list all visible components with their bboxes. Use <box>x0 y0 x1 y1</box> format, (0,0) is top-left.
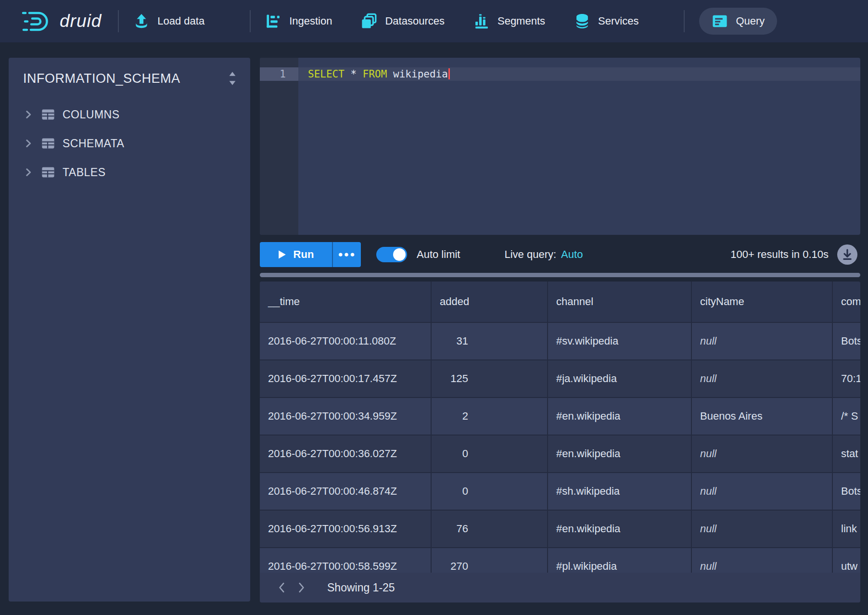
cell-channel[interactable]: #ja.wikipedia <box>548 360 692 397</box>
null-value: null <box>700 523 716 535</box>
tree-item-tables[interactable]: TABLES <box>9 158 250 187</box>
cell-added[interactable]: 0 <box>432 436 548 472</box>
nav-item-segments[interactable]: Segments <box>473 13 545 29</box>
cell-channel[interactable]: #sh.wikipedia <box>548 473 692 510</box>
column-header-channel[interactable]: channel <box>548 282 692 322</box>
cell-added[interactable]: 31 <box>432 323 548 359</box>
cell-added[interactable]: 2 <box>432 398 548 435</box>
tree-item-label: COLUMNS <box>63 108 120 121</box>
druid-console: { "navbar": { "logo_text": "druid", "ite… <box>0 0 868 615</box>
text-cursor <box>448 68 450 79</box>
nav-item-datasources[interactable]: Datasources <box>361 13 445 29</box>
chevron-right-icon <box>23 167 34 178</box>
column-header-__time[interactable]: __time <box>260 282 432 322</box>
logo-wordmark: druid <box>60 11 102 31</box>
schema-title: INFORMATION_SCHEMA <box>23 71 180 86</box>
auto-limit-toggle[interactable] <box>376 247 407 262</box>
sql-keyword: SELECT <box>308 68 345 80</box>
run-label: Run <box>294 248 314 261</box>
datasources-stack-icon <box>361 13 377 29</box>
results-hscrollbar[interactable] <box>260 273 860 277</box>
cell-added[interactable]: 0 <box>432 473 548 510</box>
cell-channel[interactable]: #sv.wikipedia <box>548 323 692 359</box>
cell-channel[interactable]: #en.wikipedia <box>548 511 692 547</box>
showing-label: Showing 1-25 <box>327 581 395 594</box>
cell-channel[interactable]: #en.wikipedia <box>548 436 692 472</box>
table-row: 2016-06-27T00:00:56.913Z76#en.wikipedian… <box>260 511 860 548</box>
chevron-right-icon <box>23 138 34 149</box>
column-header-comment[interactable]: comment <box>833 282 860 322</box>
table-row: 2016-06-27T00:00:46.874Z0#sh.wikipedianu… <box>260 473 860 511</box>
results-header-row: __timeaddedchannelcityNamecomment <box>260 282 860 323</box>
nav-item-ingestion[interactable]: Ingestion <box>265 13 332 29</box>
cell-cityName[interactable]: null <box>692 473 833 510</box>
live-query-value-button[interactable]: Auto <box>561 248 583 261</box>
tree-item-schemata[interactable]: SCHEMATA <box>9 129 250 158</box>
druid-logo[interactable]: druid <box>17 9 102 33</box>
cell-cityName[interactable]: null <box>692 436 833 472</box>
null-value: null <box>700 335 716 347</box>
sql-keyword: FROM <box>363 68 387 80</box>
pagination-next-button[interactable] <box>292 578 311 597</box>
query-editor[interactable]: 1 SELECT * FROM wikipedia <box>260 58 860 235</box>
cell-time[interactable]: 2016-06-27T00:00:36.027Z <box>260 436 432 472</box>
play-icon <box>278 250 286 259</box>
toggle-knob <box>393 248 406 261</box>
cell-channel[interactable]: #en.wikipedia <box>548 398 692 435</box>
table-icon <box>41 107 55 122</box>
schema-selector[interactable]: INFORMATION_SCHEMA <box>9 58 250 93</box>
cell-cityName[interactable]: Buenos Aires <box>692 398 833 435</box>
cell-time[interactable]: 2016-06-27T00:00:11.080Z <box>260 323 432 359</box>
pagination-footer: Showing 1-25 <box>260 573 860 602</box>
cell-time[interactable]: 2016-06-27T00:00:34.959Z <box>260 398 432 435</box>
more-options-button[interactable]: ●●● <box>332 242 361 267</box>
cell-cityName[interactable]: null <box>692 323 833 359</box>
cell-comment[interactable]: /* S <box>833 398 860 435</box>
query-console-icon <box>712 13 728 29</box>
cell-time[interactable]: 2016-06-27T00:00:46.874Z <box>260 473 432 510</box>
cell-cityName[interactable]: null <box>692 511 833 547</box>
schema-tree: COLUMNSSCHEMATATABLES <box>9 100 250 187</box>
tree-item-columns[interactable]: COLUMNS <box>9 100 250 129</box>
segments-bars-icon <box>473 13 490 29</box>
results-body: 2016-06-27T00:00:11.080Z31#sv.wikipedian… <box>260 323 860 586</box>
column-header-cityName[interactable]: cityName <box>692 282 833 322</box>
run-button[interactable]: Run <box>260 242 332 267</box>
cell-added[interactable]: 76 <box>432 511 548 547</box>
cell-comment[interactable]: stat <box>833 436 860 472</box>
chevron-left-icon <box>277 581 287 594</box>
download-icon <box>842 249 853 260</box>
cell-comment[interactable]: Bots <box>833 473 860 510</box>
column-header-added[interactable]: added <box>432 282 548 322</box>
nav-item-query[interactable]: Query <box>699 8 777 35</box>
nav-item-label: Services <box>598 15 638 27</box>
cell-cityName[interactable]: null <box>692 360 833 397</box>
chevron-right-icon <box>23 109 34 120</box>
cell-comment[interactable]: 70:1 <box>833 360 860 397</box>
cell-added[interactable]: 125 <box>432 360 548 397</box>
sql-line[interactable]: SELECT * FROM wikipedia <box>298 67 860 81</box>
nav-item-services[interactable]: Services <box>574 13 638 29</box>
cell-time[interactable]: 2016-06-27T00:00:17.457Z <box>260 360 432 397</box>
active-line: 1 SELECT * FROM wikipedia <box>260 67 860 81</box>
null-value: null <box>700 485 716 498</box>
cell-comment[interactable]: link <box>833 511 860 547</box>
navbar-divider <box>250 10 251 32</box>
table-row: 2016-06-27T00:00:17.457Z125#ja.wikipedia… <box>260 360 860 398</box>
run-button-group: Run ●●● <box>260 242 361 267</box>
ingestion-chart-icon <box>265 13 281 29</box>
table-row: 2016-06-27T00:00:36.027Z0#en.wikipedianu… <box>260 436 860 473</box>
results-table: __timeaddedchannelcityNamecomment 2016-0… <box>260 282 860 602</box>
nav-item-load-data[interactable]: Load data <box>133 13 204 29</box>
navbar-divider <box>684 10 685 32</box>
cell-time[interactable]: 2016-06-27T00:00:56.913Z <box>260 511 432 547</box>
download-results-button[interactable] <box>837 244 857 265</box>
null-value: null <box>700 448 716 460</box>
sql-table-name: wikipedia <box>393 68 448 80</box>
nav-item-label: Segments <box>498 15 545 27</box>
pagination-prev-button[interactable] <box>272 578 292 597</box>
nav-item-label: Query <box>736 15 765 27</box>
table-row: 2016-06-27T00:00:34.959Z2#en.wikipediaBu… <box>260 398 860 436</box>
cell-comment[interactable]: Bots <box>833 323 860 359</box>
null-value: null <box>700 560 716 573</box>
